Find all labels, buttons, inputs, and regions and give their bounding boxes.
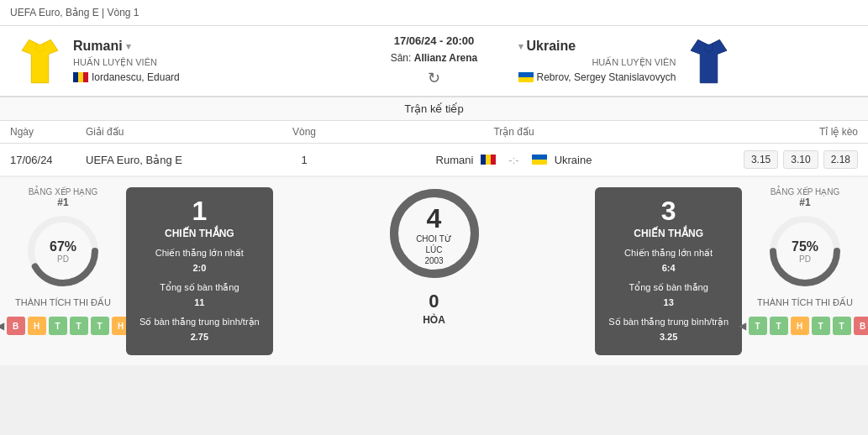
left-arrow-icon: ◀: [0, 320, 4, 332]
table-row: 17/06/24 UEFA Euro, Bảng E 1 Rumani -:- …: [0, 144, 868, 176]
badge-h: H: [28, 317, 46, 335]
choi-tu-luc-container: 4 CHOI TỪ LÚC2003: [388, 187, 481, 282]
left-wins-label: CHIẾN THẮNG: [139, 228, 260, 239]
left-wins-block: 1 CHIẾN THẮNG Chiến thắng lớn nhất 2:0 T…: [126, 187, 273, 355]
left-wins-count: 1: [139, 197, 260, 224]
badge-t: T: [91, 317, 109, 335]
right-arrow-icon: ◀: [739, 320, 746, 332]
choi-tu-luc-label: 4 CHOI TỪ LÚC2003: [411, 204, 457, 265]
next-match-bar: Trận kế tiếp: [0, 97, 868, 121]
badge-t: T: [833, 317, 851, 335]
right-circle-stat: 75% PD: [767, 213, 843, 289]
badge-b: B: [7, 317, 25, 335]
left-ranking: BẢNG XẾP HẠNG #1: [29, 187, 98, 208]
chevron-down-icon: ▾: [126, 41, 131, 52]
flag-ua-icon: [532, 155, 547, 165]
odds-team1[interactable]: 3.15: [744, 150, 778, 169]
right-circle-label: 75% PD: [792, 239, 818, 264]
stats-section: BẢNG XẾP HẠNG #1 67% PD THÀNH TÍCH THI Đ…: [0, 176, 868, 365]
stats-center-panel: 4 CHOI TỪ LÚC2003 0 HÒA: [281, 187, 587, 326]
venue-name: Allianz Arena: [414, 52, 478, 64]
right-wins-detail: Chiến thắng lớn nhất 6:4 Tổng số bàn thắ…: [608, 246, 729, 345]
team-left: Rumani ▾ HUẤN LUYỆN VIÊN Iordanescu, Edu…: [17, 36, 350, 86]
left-circle-stat: 67% PD: [25, 213, 101, 289]
fixtures-table: Ngày Giải đấu Vòng Trận đấu Tỉ lệ kèo 17…: [0, 121, 868, 176]
team-right: ▾ Ukraine HUẤN LUYỆN VIÊN Rebrov, Sergey…: [518, 36, 852, 86]
row-score: -:-: [508, 154, 518, 166]
row-teams: Rumani -:- Ukraine: [338, 154, 690, 166]
col-header-match: Trận đấu: [338, 126, 690, 138]
col-header-competition: Giải đấu: [86, 126, 271, 138]
row-date: 17/06/24: [10, 154, 86, 166]
row-team2: Ukraine: [555, 154, 592, 166]
team-right-coach: Rebrov, Sergey Stanislavovych: [518, 71, 676, 83]
right-history-badges: ◀ T T H T T B: [739, 317, 869, 335]
team-left-role: HUẤN LUYỆN VIÊN: [73, 57, 180, 68]
odds-team2[interactable]: 2.18: [823, 150, 858, 169]
team-right-coach-name: Rebrov, Sergey Stanislavovych: [537, 71, 676, 83]
chevron-down-icon: ▾: [518, 41, 523, 52]
team-right-shirt-icon: [686, 36, 732, 86]
team-right-name: ▾ Ukraine: [518, 39, 676, 54]
col-header-date: Ngày: [10, 126, 86, 138]
left-history-badges: ◀ B H T T T H: [0, 317, 130, 335]
team-left-info: Rumani ▾ HUẤN LUYỆN VIÊN Iordanescu, Edu…: [73, 39, 180, 83]
match-header: Rumani ▾ HUẤN LUYỆN VIÊN Iordanescu, Edu…: [0, 26, 868, 97]
choi-tu-luc-text: CHOI TỪ LÚC2003: [411, 233, 457, 265]
left-circle-label: 67% PD: [50, 239, 76, 264]
right-wins-count: 3: [608, 197, 729, 224]
flag-ua-icon: [518, 72, 534, 82]
right-ranking: BẢNG XẾP HẠNG #1: [771, 187, 840, 208]
breadcrumb-text: UEFA Euro, Bảng E | Vòng 1: [10, 7, 139, 18]
team-right-info: ▾ Ukraine HUẤN LUYỆN VIÊN Rebrov, Sergey…: [518, 39, 676, 83]
hoa-number: 0: [429, 291, 439, 312]
left-wins-detail: Chiến thắng lớn nhất 2:0 Tổng số bàn thắ…: [139, 246, 260, 345]
team-left-coach-name: Iordanescu, Eduard: [92, 71, 180, 83]
stats-right-panel: BẢNG XẾP HẠNG #1 75% PD THÀNH TÍCH THI Đ…: [750, 187, 860, 335]
team-left-name: Rumani ▾: [73, 39, 180, 54]
col-header-round: Vòng: [271, 126, 338, 138]
team-right-role: HUẤN LUYỆN VIÊN: [518, 57, 676, 68]
table-header: Ngày Giải đấu Vòng Trận đấu Tỉ lệ kèo: [0, 121, 868, 144]
row-odds: 3.15 3.10 2.18: [690, 150, 858, 169]
badge-t: T: [749, 317, 767, 335]
right-wins-label: CHIẾN THẮNG: [608, 228, 729, 239]
odds-draw[interactable]: 3.10: [783, 150, 818, 169]
match-center: 17/06/24 - 20:00 Sân: Allianz Arena ↻: [350, 34, 518, 87]
row-round: 1: [271, 154, 338, 166]
badge-t: T: [770, 317, 788, 335]
match-venue: Sân: Allianz Arena: [391, 52, 478, 64]
match-datetime: 17/06/24 - 20:00: [394, 34, 474, 47]
badge-t: T: [49, 317, 67, 335]
right-wins-block: 3 CHIẾN THẮNG Chiến thắng lớn nhất 6:4 T…: [595, 187, 742, 355]
left-history-label: THÀNH TÍCH THI ĐẤU: [15, 297, 111, 308]
col-header-odds: Tỉ lệ kèo: [690, 126, 858, 138]
badge-t: T: [70, 317, 88, 335]
team-left-coach: Iordanescu, Eduard: [73, 71, 180, 83]
flag-ro-icon: [73, 72, 88, 82]
hoa-label: HÒA: [423, 314, 445, 326]
flag-ro-icon: [481, 155, 496, 165]
badge-t: T: [812, 317, 830, 335]
team-left-shirt-icon: [17, 36, 63, 86]
refresh-icon[interactable]: ↻: [428, 69, 440, 87]
breadcrumb: UEFA Euro, Bảng E | Vòng 1: [0, 0, 868, 26]
row-team1: Rumani: [436, 154, 474, 166]
badge-b: B: [854, 317, 869, 335]
badge-h: H: [791, 317, 809, 335]
stats-left-panel: BẢNG XẾP HẠNG #1 67% PD THÀNH TÍCH THI Đ…: [8, 187, 118, 335]
right-history-label: THÀNH TÍCH THI ĐẤU: [757, 297, 853, 308]
row-competition: UEFA Euro, Bảng E: [86, 154, 271, 166]
hoa-block: 0 HÒA: [423, 291, 445, 326]
